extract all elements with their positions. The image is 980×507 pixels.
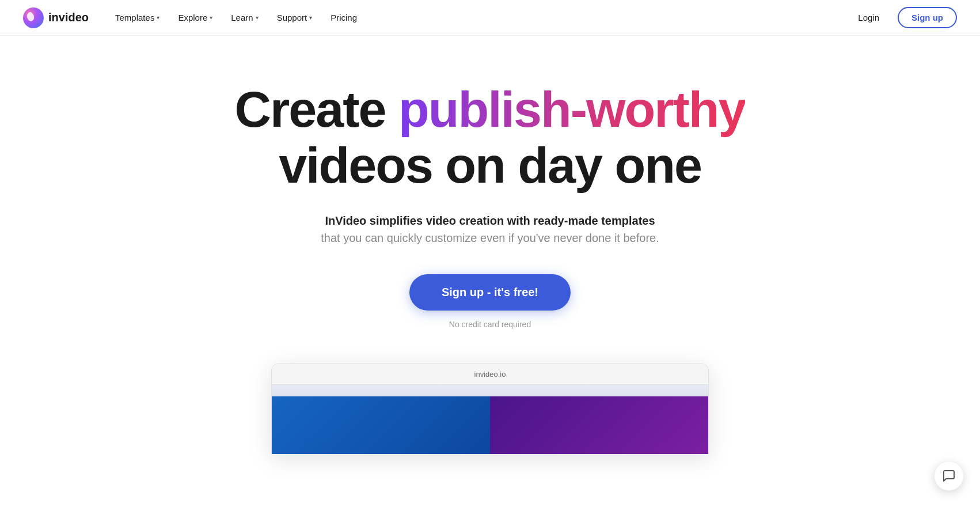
logo[interactable]: invideo — [23, 7, 89, 28]
logo-text: invideo — [48, 11, 89, 24]
preview-img-left — [272, 396, 490, 454]
preview-container: invideo.io — [271, 364, 709, 454]
chevron-down-icon: ▾ — [309, 14, 312, 21]
nav-links: Templates ▾ Explore ▾ Learn ▾ Support ▾ … — [107, 8, 849, 27]
preview-topbar: invideo.io — [272, 364, 708, 385]
hero-gradient-text: publish-worthy — [398, 81, 746, 138]
chat-bubble-button[interactable] — [934, 461, 964, 491]
nav-explore[interactable]: Explore ▾ — [170, 8, 221, 27]
login-button[interactable]: Login — [849, 8, 888, 27]
preview-url: invideo.io — [474, 370, 506, 379]
hero-section: Create publish-worthy videos on day one … — [0, 36, 980, 454]
preview-area: invideo.io — [23, 364, 957, 454]
preview-img-right — [490, 396, 708, 454]
chevron-down-icon: ▾ — [157, 14, 159, 21]
navbar: invideo Templates ▾ Explore ▾ Learn ▾ Su… — [0, 0, 980, 36]
chevron-down-icon: ▾ — [210, 14, 212, 21]
preview-content — [272, 385, 708, 454]
logo-icon — [23, 7, 44, 28]
nav-templates[interactable]: Templates ▾ — [107, 8, 168, 27]
chevron-down-icon: ▾ — [256, 14, 259, 21]
nav-pricing[interactable]: Pricing — [322, 8, 365, 27]
nav-learn[interactable]: Learn ▾ — [223, 8, 266, 27]
chat-icon — [942, 469, 956, 483]
nav-support[interactable]: Support ▾ — [269, 8, 321, 27]
signup-button[interactable]: Sign up — [898, 7, 957, 28]
cta-button[interactable]: Sign up - it's free! — [409, 274, 571, 311]
hero-subtext: that you can quickly customize even if y… — [321, 229, 659, 247]
nav-right: Login Sign up — [849, 7, 957, 28]
hero-subheading: InVideo simplifies video creation with r… — [325, 212, 655, 229]
hero-heading: Create publish-worthy videos on day one — [235, 82, 746, 194]
no-credit-label: No credit card required — [449, 320, 531, 329]
